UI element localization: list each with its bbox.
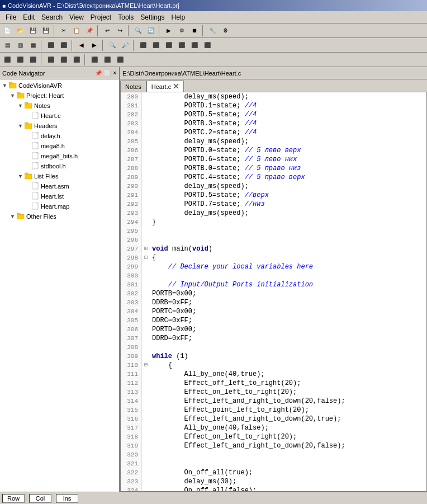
code-line[interactable]: 282 PORTD.5=state; //4 [121,110,426,119]
tb2-btn2[interactable]: ▥ [14,39,26,51]
code-line[interactable]: 300 [121,271,426,280]
code-line[interactable]: 298⊟{ [121,253,426,262]
float-icon[interactable]: ⬜ [103,69,111,77]
code-line[interactable]: 304PORTC=0x00; [121,307,426,316]
tb2-btn15[interactable]: ⬛ [201,39,214,51]
code-line[interactable]: 321 [121,459,426,468]
code-line[interactable]: 289 PORTC.4=state; // 5 право верх [121,173,426,182]
code-line[interactable]: 286 PORTD.0=state; // 5 лево верх [121,146,426,155]
code-line[interactable]: 316 Effect_left_and_right_to_down(20,tru… [121,414,426,423]
menu-item-file[interactable]: File [2,12,20,22]
tree-item[interactable]: stdbool.h [0,161,119,171]
code-line[interactable]: 317 All_by_one(40,false); [121,423,426,432]
code-line[interactable]: 315 Effect_point_left_to_right(20); [121,406,426,414]
tb2-btn5[interactable]: ⬛ [58,39,70,51]
tree-item[interactable]: Heart.lst [0,191,119,201]
menu-item-search[interactable]: Search [38,12,66,22]
tree-item[interactable]: mega8_bits.h [0,151,119,161]
code-line[interactable]: 322 On_off_all(true); [121,468,426,477]
tb2-btn12[interactable]: ⬛ [163,39,175,51]
code-line[interactable]: 312 Effect_off_left_to_right(20); [121,379,426,388]
line-marker[interactable]: ⊟ [142,361,150,370]
code-line[interactable]: 291 PORTD.5=state; //верх [121,191,426,200]
menu-item-help[interactable]: Help [168,12,189,22]
code-line[interactable]: 307DDRD=0xFF; [121,334,426,343]
save-button[interactable]: 💾 [27,25,39,37]
tree-item[interactable]: ▼Headers [0,121,119,131]
tree-item[interactable]: ▼List Files [0,171,119,181]
code-line[interactable]: 288 PORTB.0=state; // 5 право низ [121,164,426,173]
find-button[interactable]: 🔍 [132,25,144,37]
replace-button[interactable]: 🔄 [145,25,157,37]
tree-item[interactable]: ▼CodeVisionAVR [0,81,119,91]
undo-button[interactable]: ↩ [101,25,113,37]
code-line[interactable]: 290 delay_ms(speed); [121,182,426,191]
menu-item-project[interactable]: Project [87,12,115,22]
tb3-btn5[interactable]: ⬛ [58,54,70,66]
code-line[interactable]: 299 // Declare your local variables here [121,262,426,271]
tb2-btn9[interactable]: 🔎 [119,39,131,51]
code-line[interactable]: 302PORTB=0x00; [121,289,426,298]
tb2-btn6[interactable]: ◀ [75,39,88,51]
save-all-button[interactable]: 💾 [40,25,52,37]
tb3-btn1[interactable]: ⬛ [1,54,13,66]
tb2-btn1[interactable]: ▤ [1,39,13,51]
open-button[interactable]: 📂 [14,25,26,37]
code-line[interactable]: 314 Effect_left_and_right_to_down(20,fal… [121,397,426,406]
menu-item-edit[interactable]: Edit [20,12,38,22]
tb3-btn9[interactable]: ⬛ [114,54,126,66]
code-line[interactable]: 318 Effect_on_left_to_right(20); [121,432,426,441]
redo-button[interactable]: ↪ [114,25,126,37]
expand-icon[interactable]: ▼ [2,83,9,88]
compile-button[interactable]: ▶ [163,25,175,37]
copy-button[interactable]: 📋 [70,25,83,37]
new-button[interactable]: 📄 [1,25,13,37]
tb2-btn7[interactable]: ▶ [88,39,101,51]
code-line[interactable]: 309while (1) [121,352,426,361]
tb3-btn6[interactable]: ⬛ [70,54,83,66]
code-line[interactable]: 301 // Input/Output Ports initialization [121,280,426,289]
code-line[interactable]: 285 delay_ms(speed); [121,137,426,146]
code-line[interactable]: 297⊞void main(void) [121,244,426,253]
tb2-btn13[interactable]: ⬛ [175,39,188,51]
tb3-btn8[interactable]: ⬛ [101,54,113,66]
code-line[interactable]: 303DDRB=0xFF; [121,298,426,307]
tb2-btn4[interactable]: ⬛ [45,39,57,51]
code-line[interactable]: 306PORTD=0x00; [121,325,426,334]
tb2-btn10[interactable]: ⬛ [137,39,149,51]
code-line[interactable]: 293 delay_ms(speed); [121,209,426,218]
code-line[interactable]: 313 Effect_on_left_to_right(20); [121,388,426,397]
settings-button[interactable]: ⚙ [219,25,231,37]
tree-item[interactable]: ▼Project: Heart [0,91,119,101]
menu-item-view[interactable]: View [66,12,87,22]
pin-icon[interactable]: 📌 [94,69,102,77]
tb3-btn3[interactable]: ⬛ [27,54,39,66]
expand-icon[interactable]: ▼ [18,123,25,129]
tab-close-icon[interactable] [173,83,179,90]
code-line[interactable]: 280 delay_ms(speed); [121,92,426,101]
tb2-btn8[interactable]: 🔍 [106,39,118,51]
build-button[interactable]: ⚙ [175,25,188,37]
tab-heart-c[interactable]: Heart.c [146,81,184,92]
expand-icon[interactable]: ▼ [10,93,17,98]
expand-icon[interactable]: ▼ [10,214,17,219]
code-line[interactable]: 305DDRC=0xFF; [121,316,426,325]
code-line[interactable]: 324 On_off_all(false); [121,486,426,492]
code-line[interactable]: 319 Effect_left_and_right_to_down(20,fal… [121,441,426,450]
chip-button[interactable]: 🔧 [206,25,219,37]
code-line[interactable]: 281 PORTD.1=state; //4 [121,101,426,110]
close-icon[interactable]: × [112,69,117,77]
line-marker[interactable]: ⊟ [142,253,150,262]
tree-item[interactable]: Heart.map [0,201,119,211]
line-marker[interactable]: ⊞ [142,244,150,253]
tree-item[interactable]: mega8.h [0,141,119,151]
code-line[interactable]: 287 PORTD.6=state; // 5 лево них [121,155,426,164]
cut-button[interactable]: ✂ [58,25,70,37]
paste-button[interactable]: 📌 [83,25,96,37]
code-line[interactable]: 310⊟ { [121,361,426,370]
code-line[interactable]: 320 [121,450,426,459]
menu-item-tools[interactable]: Tools [115,12,137,22]
tb2-btn3[interactable]: ▦ [27,39,39,51]
stop-button[interactable]: ⏹ [188,25,201,37]
tb2-btn11[interactable]: ⬛ [150,39,162,51]
